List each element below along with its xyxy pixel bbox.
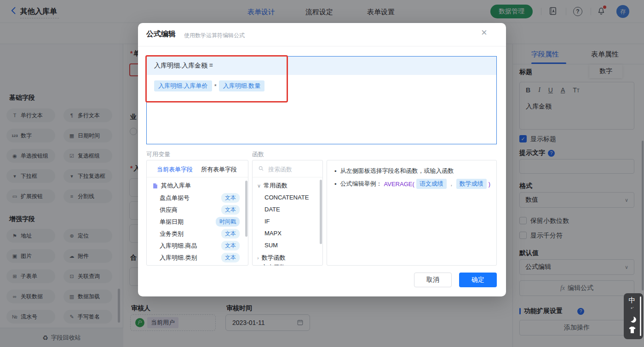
formula-token[interactable]: 入库明细.数量 [219,80,265,91]
bullet: • [334,168,337,175]
formula-target: 入库明细.入库金额 = [154,62,213,70]
bullet: • [334,181,337,188]
variable-name: 单据日期 [160,218,184,226]
functions-panel: ∨常用函数 CONCATENATE DATE IF MAPX SUM ›数学函数… [252,160,323,266]
variable-item[interactable]: 入库明细.类别 [160,254,197,262]
tip-example-function: AVERAGE( [384,181,414,188]
language-toggle-button[interactable]: 中 [624,296,640,305]
tip-example-token: 语文成绩 [416,179,447,189]
floating-assistant-widget: 中 ∘’ [624,293,643,339]
function-search-input[interactable] [267,164,320,174]
tip-example-prefix: 公式编辑举例： [340,180,382,188]
cancel-button[interactable]: 取消 [414,273,452,287]
modal-title: 公式编辑 [146,29,176,39]
variable-name: 业务类别 [160,230,184,238]
tab-all-form-fields[interactable]: 所有表单字段 [201,165,237,174]
function-group-text[interactable]: ›文本函数 [257,263,286,266]
tip-example-token: 数学成绩 [456,179,487,189]
variables-label: 可用变量 [146,150,170,159]
dark-mode-icon[interactable] [628,315,634,321]
variables-root-node[interactable]: 其他入库单 [152,182,191,190]
tip-line: • 从左侧面板选择字段名和函数，或输入函数 [334,167,454,175]
variable-item[interactable]: 业务类别 [160,230,184,238]
function-group-label: 常用函数 [264,182,288,190]
language-mark: ∘’ [624,306,640,310]
formula-token[interactable]: 入库明细.入库单价 [154,80,212,91]
variable-name: 入库明细.商品 [160,242,197,250]
function-item[interactable]: DATE [264,206,280,213]
variables-panel: 当前表单字段 所有表单字段 其他入库单 盘点单据号 文本 供应商 文本 单据日期… [146,160,248,266]
function-group-label: 数学函数 [262,254,286,262]
tip-example-close: ) [489,181,490,188]
type-badge: 文本 [221,241,240,250]
tab-current-form-fields[interactable]: 当前表单字段 [157,165,193,174]
formula-editor-modal: 公式编辑 使用数学运算符编辑公式 × 入库明细.入库金额 = 入库明细.入库单价… [138,23,506,296]
function-item[interactable]: CONCATENATE [264,194,309,201]
tip-example-separator: ， [448,180,454,188]
tip-text: 从左侧面板选择字段名和函数，或输入函数 [340,167,454,175]
type-badge: 文本 [221,193,240,203]
variable-name: 盘点单据号 [160,194,190,202]
variable-name: 供应商 [160,206,178,214]
search-icon [258,165,264,173]
variable-name: 入库明细.类别 [160,254,197,262]
functions-label: 函数 [252,150,264,159]
variable-item[interactable]: 供应商 [160,206,178,214]
function-item[interactable]: IF [264,218,270,225]
functions-scrollbar[interactable] [320,180,322,244]
variables-scrollbar[interactable] [245,181,247,237]
tips-panel: • 从左侧面板选择字段名和函数，或输入函数 • 公式编辑举例： AVERAGE(… [327,160,497,266]
scrollbar-thumb[interactable] [640,296,641,336]
function-group-math[interactable]: ›数学函数 [257,254,286,262]
chevron-down-icon: ∨ [257,183,261,189]
variable-item[interactable]: 单据日期 [160,218,184,226]
function-group-common[interactable]: ∨常用函数 [257,182,288,190]
type-badge: 文本 [221,205,240,215]
tip-example-line: • 公式编辑举例： AVERAGE( 语文成绩 ， 数学成绩 ) [334,179,490,189]
theme-shirt-icon[interactable] [624,326,640,335]
formula-expression: 入库明细.入库单价 * 入库明细.数量 [154,80,264,91]
confirm-button[interactable]: 确定 [459,273,497,287]
function-group-label: 文本函数 [262,263,286,266]
cancel-label: 取消 [426,276,439,284]
modal-subtitle: 使用数学运算符编辑公式 [184,32,245,40]
divider [138,46,506,46]
variable-item[interactable]: 入库明细.商品 [160,242,197,250]
type-badge: 时间戳 [216,217,240,227]
formula-target-strip: 入库明细.入库金额 = [147,57,496,75]
chevron-right-icon: › [257,255,259,261]
confirm-label: 确定 [472,276,484,284]
variable-item[interactable]: 盘点单据号 [160,194,190,202]
function-item[interactable]: SUM [264,242,278,249]
type-badge: 文本 [221,253,240,262]
document-icon [152,183,158,189]
formula-operator: * [214,83,217,90]
formula-input-area[interactable]: 入库明细.入库金额 = 入库明细.入库单价 * 入库明细.数量 [146,56,497,144]
divider [147,177,248,177]
chevron-right-icon: › [257,265,259,266]
variables-root-label: 其他入库单 [161,182,191,190]
app-root: 其他入库单 表单设计 流程设定 表单设置 数据管理 ? 存 表单外链 后端脚本 … [0,0,644,347]
type-badge: 文本 [221,229,240,239]
close-icon[interactable]: × [481,28,487,38]
function-item[interactable]: MAPX [264,230,282,237]
divider [253,177,322,177]
